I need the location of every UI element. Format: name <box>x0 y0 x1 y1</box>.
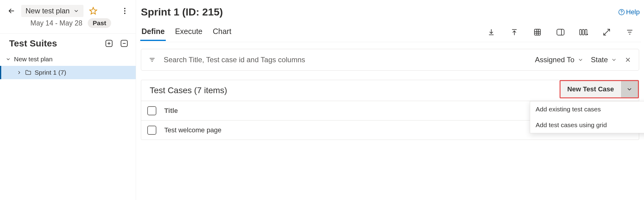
main-panel: Sprint 1 (ID: 215) Help Define Execute C… <box>136 0 644 200</box>
suites-section-header: Test Suites <box>0 34 136 51</box>
card-header: Test Cases (7 items) New Test Case Add e… <box>141 80 639 101</box>
svg-marker-0 <box>90 7 97 14</box>
panel-icon[interactable] <box>555 26 566 38</box>
svg-rect-8 <box>534 29 540 35</box>
tree-root-label: New test plan <box>14 56 53 63</box>
tree-child-item[interactable]: Sprint 1 (7) <box>0 66 136 79</box>
svg-point-3 <box>124 13 125 14</box>
date-range: May 14 - May 28 <box>30 19 82 27</box>
menu-add-existing[interactable]: Add existing test cases <box>530 101 644 117</box>
back-button[interactable] <box>5 4 18 18</box>
new-test-case-menu: Add existing test cases Add test cases u… <box>530 101 644 133</box>
svg-rect-11 <box>582 29 584 35</box>
help-icon <box>618 9 625 15</box>
row-checkbox[interactable] <box>147 126 156 135</box>
upload-icon[interactable] <box>509 26 520 38</box>
help-link[interactable]: Help <box>618 8 640 16</box>
clear-filters-button[interactable] <box>624 56 632 63</box>
status-pill: Past <box>88 18 111 28</box>
columns-icon[interactable] <box>578 26 589 38</box>
fullscreen-icon[interactable] <box>601 26 612 38</box>
svg-point-2 <box>124 10 125 12</box>
chevron-down-icon <box>5 56 11 62</box>
tree-child-label: Sprint 1 (7) <box>35 69 66 76</box>
select-all-checkbox[interactable] <box>147 106 156 115</box>
chevron-down-icon <box>73 8 79 14</box>
add-suite-button[interactable] <box>104 38 114 49</box>
test-plan-selector[interactable]: New test plan <box>21 5 83 17</box>
col-title[interactable]: Title <box>164 107 551 115</box>
chevron-down-icon <box>578 57 584 63</box>
tab-chart[interactable]: Chart <box>212 23 232 41</box>
svg-point-1 <box>124 8 125 9</box>
chevron-down-icon <box>611 57 617 63</box>
menu-add-grid[interactable]: Add test cases using grid <box>530 117 644 133</box>
new-test-case-button[interactable]: New Test Case <box>561 81 621 97</box>
download-icon[interactable] <box>486 26 497 38</box>
suite-tree: New test plan Sprint 1 (7) <box>0 51 136 79</box>
sidebar: New test plan May 14 - May 28 Past Test … <box>0 0 136 200</box>
test-cases-card: Test Cases (7 items) New Test Case Add e… <box>141 80 639 140</box>
tree-root-item[interactable]: New test plan <box>0 53 136 66</box>
sidebar-header: New test plan <box>0 0 136 18</box>
new-test-case-menu-toggle[interactable] <box>621 81 638 97</box>
collapse-suite-button[interactable] <box>119 38 130 49</box>
chevron-right-icon <box>16 70 22 75</box>
grid-icon[interactable] <box>532 26 543 38</box>
folder-icon <box>25 69 32 76</box>
filter-lines-icon <box>148 56 156 63</box>
help-label: Help <box>626 8 640 16</box>
new-test-case-split-button: New Test Case Add existing test cases Ad… <box>560 80 639 98</box>
svg-rect-9 <box>557 29 564 35</box>
test-plan-name: New test plan <box>26 7 70 15</box>
filter-icon[interactable] <box>624 26 635 38</box>
favorite-button[interactable] <box>87 4 100 18</box>
filter-state-label: State <box>591 56 608 64</box>
filter-assigned-to[interactable]: Assigned To <box>535 56 584 64</box>
svg-rect-10 <box>580 29 581 35</box>
tab-define[interactable]: Define <box>141 23 165 41</box>
svg-point-7 <box>621 13 622 14</box>
tabs-row: Define Execute Chart <box>139 22 641 42</box>
svg-rect-12 <box>585 29 587 35</box>
plan-dates: May 14 - May 28 Past <box>0 18 136 33</box>
filter-state[interactable]: State <box>591 56 617 64</box>
suites-title: Test Suites <box>9 38 99 49</box>
filter-assigned-label: Assigned To <box>535 56 574 64</box>
tab-execute[interactable]: Execute <box>174 23 203 41</box>
search-bar: Assigned To State <box>141 49 639 71</box>
search-input[interactable] <box>163 55 528 64</box>
more-options-button[interactable] <box>119 5 131 17</box>
row-title: Test welcome page <box>164 126 551 134</box>
page-title: Sprint 1 (ID: 215) <box>141 6 223 18</box>
tab-actions <box>486 26 641 38</box>
title-row: Sprint 1 (ID: 215) Help <box>139 0 641 22</box>
card-title: Test Cases (7 items) <box>150 86 227 95</box>
